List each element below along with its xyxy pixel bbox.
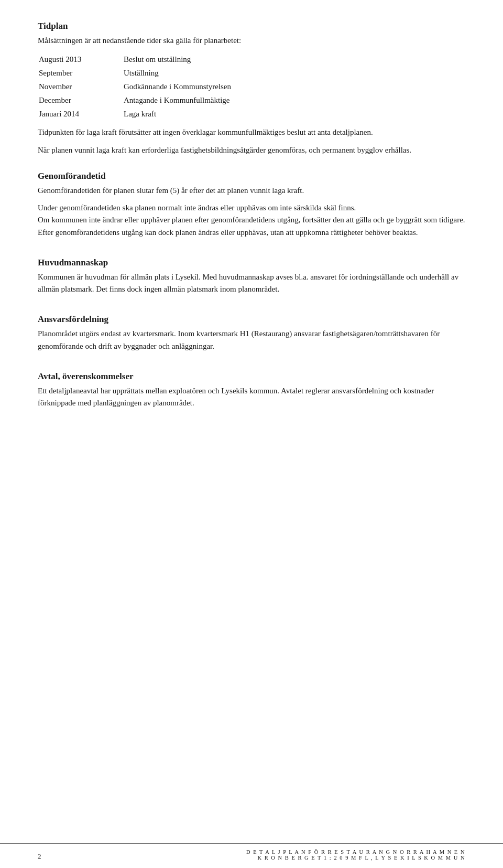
tidplan-para1: Tidpunkten för laga kraft förutsätter at… xyxy=(38,126,465,138)
ansvarsfordelning-section: Ansvarsfördelning Planområdet utgörs end… xyxy=(38,314,465,352)
huvudmannaskap-title: Huvudmannaskap xyxy=(38,258,465,268)
footer-line2: K R O N B E R G E T 1 : 2 0 9 M F L , L … xyxy=(246,855,465,861)
footer: 2 D E T A L J P L A N F Ö R R E S T A U … xyxy=(0,843,503,868)
genomforandetid-para3: Om kommunen inte ändrar eller upphäver p… xyxy=(38,214,465,226)
ansvarsfordelning-title: Ansvarsfördelning xyxy=(38,314,465,325)
table-row: Januari 2014 Laga kraft xyxy=(39,108,464,120)
page: Tidplan Målsättningen är att nedanståend… xyxy=(0,0,503,868)
avtal-title: Avtal, överenskommelser xyxy=(38,371,465,382)
ansvarsfordelning-para1: Planområdet utgörs endast av kvartersmar… xyxy=(38,328,465,352)
genomforandetid-para4: Efter genomförandetidens utgång kan dock… xyxy=(38,227,465,239)
schedule-month: Augusti 2013 xyxy=(39,53,123,66)
schedule-month: November xyxy=(39,80,123,93)
schedule-month: Januari 2014 xyxy=(39,108,123,120)
genomforandetid-para2: Under genomförandetiden ska planen norma… xyxy=(38,202,465,214)
tidplan-section: Tidplan Målsättningen är att nedanståend… xyxy=(38,21,465,156)
footer-line1: D E T A L J P L A N F Ö R R E S T A U R … xyxy=(246,849,465,855)
table-row: Augusti 2013 Beslut om utställning xyxy=(39,53,464,66)
huvudmannaskap-section: Huvudmannaskap Kommunen är huvudman för … xyxy=(38,258,465,296)
genomforandetid-title: Genomförandetid xyxy=(38,171,465,181)
schedule-table: Augusti 2013 Beslut om utställning Septe… xyxy=(38,52,465,121)
schedule-event: Beslut om utställning xyxy=(124,53,464,66)
footer-right: D E T A L J P L A N F Ö R R E S T A U R … xyxy=(246,849,465,861)
genomforandetid-section: Genomförandetid Genomförandetiden för pl… xyxy=(38,171,465,239)
schedule-month: September xyxy=(39,67,123,79)
schedule-month: December xyxy=(39,94,123,106)
tidplan-para2: När planen vunnit laga kraft kan erforde… xyxy=(38,144,465,156)
avtal-section: Avtal, överenskommelser Ett detaljplanea… xyxy=(38,371,465,410)
schedule-event: Laga kraft xyxy=(124,108,464,120)
footer-page-number: 2 xyxy=(38,852,41,861)
genomforandetid-para1: Genomförandetiden för planen slutar fem … xyxy=(38,185,465,197)
table-row: December Antagande i Kommunfullmäktige xyxy=(39,94,464,106)
huvudmannaskap-para1: Kommunen är huvudman för allmän plats i … xyxy=(38,271,465,296)
tidplan-title: Tidplan xyxy=(38,21,465,31)
table-row: September Utställning xyxy=(39,67,464,79)
schedule-event: Godkännande i Kommunstyrelsen xyxy=(124,80,464,93)
table-row: November Godkännande i Kommunstyrelsen xyxy=(39,80,464,93)
tidplan-intro: Målsättningen är att nedanstående tider … xyxy=(38,35,465,47)
schedule-event: Utställning xyxy=(124,67,464,79)
schedule-event: Antagande i Kommunfullmäktige xyxy=(124,94,464,106)
avtal-para1: Ett detaljplaneavtal har upprättats mell… xyxy=(38,385,465,410)
